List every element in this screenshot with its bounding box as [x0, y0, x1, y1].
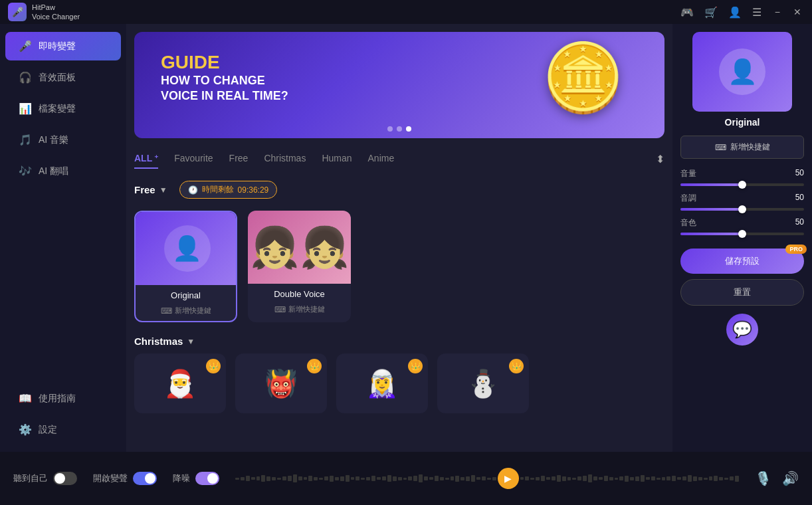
christmas-card-4[interactable]: ⛄ 👑: [437, 354, 529, 413]
waveform-bar: [251, 477, 255, 480]
waveform-bar: [429, 477, 433, 480]
sidebar-item-settings[interactable]: ⚙️ 設定: [5, 415, 121, 444]
minimize-button[interactable]: −: [772, 7, 783, 17]
voice-card-double-voice[interactable]: 👧👧 Double Voice ⌨ 新增快捷鍵: [248, 211, 351, 322]
banner-dot-3[interactable]: [406, 126, 411, 132]
toggle-knob-voice: [145, 473, 155, 484]
free-section-dropdown[interactable]: ▼: [159, 185, 167, 195]
pitch-track[interactable]: [680, 208, 804, 211]
microphone-icon[interactable]: 🎙️: [755, 470, 771, 486]
close-button[interactable]: ✕: [791, 7, 804, 17]
timbre-track[interactable]: [680, 233, 804, 235]
voice-shortcut-double[interactable]: ⌨ 新增快捷鍵: [248, 302, 351, 320]
santa-icon: 🎅: [163, 368, 197, 399]
chat-bubble-button[interactable]: 💬: [726, 314, 758, 346]
sidebar-item-sound-panel[interactable]: 🎧 音效面板: [5, 63, 121, 92]
christmas-section-label: Christmas: [134, 336, 183, 347]
discord-icon[interactable]: 🎮: [680, 6, 694, 19]
tab-anime[interactable]: Anime: [368, 149, 395, 169]
mic-icon: 🎤: [19, 40, 32, 52]
sidebar-item-file-voice[interactable]: 📊 檔案變聲: [5, 94, 121, 123]
christmas-card-img-4: ⛄ 👑: [437, 354, 529, 413]
toggle-knob-listen: [54, 473, 65, 484]
tab-favourite[interactable]: Favourite: [174, 149, 213, 169]
timbre-thumb[interactable]: [738, 230, 746, 238]
waveform-bar: [282, 476, 286, 480]
waveform-bar: [377, 477, 381, 480]
waveform-bar: [619, 476, 623, 480]
timer-label: 時間剩餘: [202, 184, 234, 195]
waveform-bar: [288, 476, 292, 481]
voice-shortcut-original[interactable]: ⌨ 新增快捷鍵: [136, 303, 236, 321]
bottom-icons: 🎙️ 🔊: [755, 470, 799, 486]
free-section-label: Free: [134, 184, 155, 195]
promo-banner[interactable]: GUIDE HOW TO CHANGE VOICE IN REAL TIME? …: [134, 32, 664, 138]
waveform-bar: [735, 476, 739, 482]
tab-all[interactable]: ALL ⁺: [134, 149, 158, 169]
sidebar: 🎤 即時變聲 🎧 音效面板 📊 檔案變聲 🎵 AI 音樂 🎶 AI 翻唱 📖 使…: [0, 24, 126, 452]
noise-reduce-switch[interactable]: [195, 472, 219, 485]
waveform-display: // Generate waveform bars (function() { …: [235, 465, 739, 492]
waveform-bar: [419, 474, 423, 482]
waveform-bar: [293, 474, 297, 482]
voice-section: Free ▼ 🕐 時間剩餘 09:36:29 👤 Original ⌨: [126, 171, 672, 452]
add-tab-icon[interactable]: ⁺: [154, 153, 158, 163]
cart-icon[interactable]: 🛒: [704, 6, 718, 19]
waveform-bar: [536, 477, 540, 480]
waveform-bar: [593, 476, 597, 480]
banner-dot-2[interactable]: [397, 126, 402, 132]
titlebar-actions: 🎮 🛒 👤 ☰: [680, 6, 761, 19]
waveform-bar: [641, 475, 645, 482]
waveform-bar: [424, 476, 428, 480]
user-icon[interactable]: 👤: [728, 6, 742, 19]
waveform-bar: [324, 476, 328, 480]
waveform-bar: [298, 476, 302, 480]
tabs-scroll-arrow[interactable]: ⬍: [656, 153, 664, 165]
waveform-bar: [541, 476, 545, 481]
volume-label: 音量: [680, 168, 696, 179]
volume-track[interactable]: [680, 183, 804, 186]
sidebar-item-label: 音效面板: [39, 72, 76, 84]
menu-icon[interactable]: ☰: [752, 6, 761, 19]
waveform-bar: [445, 478, 449, 480]
noise-reduce-label: 降噪: [173, 472, 190, 484]
waveform-bar: [408, 476, 412, 480]
sidebar-item-label: 使用指南: [39, 393, 76, 405]
tab-christmas[interactable]: Christmas: [264, 149, 306, 169]
pitch-slider-section: 音調 50: [680, 193, 804, 211]
waveform-bar: [435, 476, 439, 481]
volume-label-row: 音量 50: [680, 168, 804, 179]
timer-badge: 🕐 時間剩餘 09:36:29: [179, 181, 278, 199]
pitch-thumb[interactable]: [738, 205, 746, 213]
waveform-bar: [314, 477, 318, 480]
voice-card-original[interactable]: 👤 Original ⌨ 新增快捷鍵: [134, 211, 237, 322]
sidebar-item-real-time-voice[interactable]: 🎤 即時變聲: [5, 32, 121, 60]
listen-self-switch[interactable]: [53, 472, 77, 485]
waveform-bar: [588, 474, 592, 482]
speaker-icon[interactable]: 🔊: [782, 470, 799, 486]
add-shortcut-button[interactable]: ⌨ 新增快捷鍵: [680, 136, 804, 159]
waveform-bar: [319, 478, 323, 480]
voice-change-switch[interactable]: [133, 472, 157, 485]
elf-icon: 🧝‍♀️: [365, 368, 399, 399]
reset-button[interactable]: 重置: [680, 279, 804, 306]
christmas-card-1[interactable]: 🎅 👑: [134, 354, 226, 413]
avatar-icon: 👤: [719, 49, 765, 95]
volume-thumb[interactable]: [738, 181, 746, 189]
sidebar-item-ai-music[interactable]: 🎵 AI 音樂: [5, 126, 121, 154]
banner-dot-1[interactable]: [387, 126, 393, 132]
waveform-bar: [256, 476, 260, 480]
christmas-card-2[interactable]: 👹 👑: [235, 354, 327, 413]
tabs-bar: ALL ⁺ Favourite Free Christmas Human Ani…: [126, 146, 672, 171]
sidebar-item-ai-singing[interactable]: 🎶 AI 翻唱: [5, 157, 121, 185]
crown-badge-3: 👑: [408, 359, 423, 373]
voice-change-label: 開啟變聲: [93, 472, 128, 484]
volume-slider-section: 音量 50: [680, 168, 804, 186]
christmas-card-3[interactable]: 🧝‍♀️ 👑: [336, 354, 428, 413]
tab-human[interactable]: Human: [322, 149, 352, 169]
christmas-section-dropdown[interactable]: ▼: [187, 337, 195, 346]
waveform-bar: [241, 477, 245, 480]
save-preset-button[interactable]: 儲存預設 PRO: [680, 249, 804, 274]
sidebar-item-user-guide[interactable]: 📖 使用指南: [5, 384, 121, 413]
tab-free[interactable]: Free: [229, 149, 249, 169]
